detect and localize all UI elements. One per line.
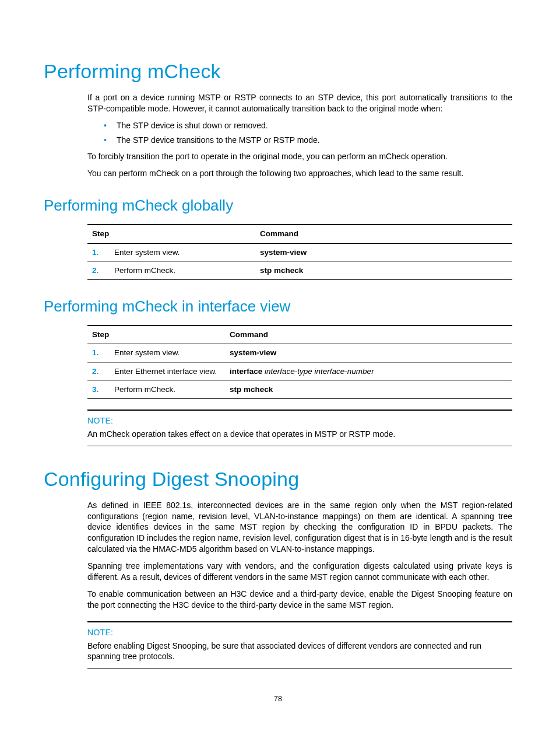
- note-label: NOTE:: [87, 622, 512, 639]
- table-header-step: Step: [87, 326, 225, 344]
- heading-configuring-digest-snooping: Configuring Digest Snooping: [44, 466, 512, 493]
- paragraph: Spanning tree implementations vary with …: [87, 561, 512, 583]
- bullet-item: The STP device is shut down or removed.: [104, 120, 512, 131]
- table-row: 2. Enter Ethernet interface view. interf…: [87, 362, 512, 380]
- note-text: Before enabling Digest Snooping, be sure…: [87, 639, 512, 668]
- step-number: 2.: [92, 265, 105, 276]
- step-desc: Enter system view.: [110, 243, 255, 261]
- note-block: NOTE: Before enabling Digest Snooping, b…: [87, 621, 512, 669]
- table-header-command: Command: [255, 225, 512, 243]
- paragraph: To forcibly transition the port to opera…: [87, 151, 512, 162]
- step-desc: Perform mCheck.: [110, 261, 255, 279]
- paragraph: As defined in IEEE 802.1s, interconnecte…: [87, 500, 512, 555]
- table-row: 1. Enter system view. system-view: [87, 243, 512, 261]
- step-number: 3.: [92, 384, 105, 395]
- table-header-step: Step: [87, 225, 255, 243]
- step-desc: Enter Ethernet interface view.: [110, 362, 225, 380]
- step-desc: Enter system view.: [110, 344, 225, 362]
- command-text: system-view: [260, 248, 307, 257]
- note-block: NOTE: An mCheck operation takes effect o…: [87, 410, 512, 446]
- step-number: 1.: [92, 348, 105, 358]
- command-text: system-view: [230, 348, 276, 357]
- heading-performing-mcheck: Performing mCheck: [44, 58, 512, 85]
- table-row: 3. Perform mCheck. stp mcheck: [87, 380, 512, 398]
- note-text: An mCheck operation takes effect on a de…: [87, 428, 512, 446]
- command-text: stp mcheck: [260, 266, 303, 275]
- table-header-command: Command: [225, 326, 512, 344]
- paragraph: To enable communication between an H3C d…: [87, 589, 512, 611]
- step-desc: Perform mCheck.: [110, 380, 225, 398]
- command-text: interface: [230, 367, 262, 376]
- table-mcheck-interface: Step Command 1. Enter system view. syste…: [87, 325, 512, 399]
- bullet-item: The STP device transitions to the MSTP o…: [104, 135, 512, 146]
- table-row: 2. Perform mCheck. stp mcheck: [87, 261, 512, 279]
- heading-mcheck-globally: Performing mCheck globally: [44, 195, 512, 216]
- table-mcheck-global: Step Command 1. Enter system view. syste…: [87, 224, 512, 280]
- paragraph: If a port on a device running MSTP or RS…: [87, 92, 512, 114]
- step-number: 1.: [92, 247, 105, 258]
- table-row: 1. Enter system view. system-view: [87, 344, 512, 362]
- heading-mcheck-interface: Performing mCheck in interface view: [44, 296, 512, 317]
- paragraph: You can perform mCheck on a port through…: [87, 168, 512, 179]
- command-text: stp mcheck: [230, 385, 273, 394]
- note-label: NOTE:: [87, 411, 512, 428]
- page-number: 78: [44, 694, 512, 704]
- bullet-list: The STP device is shut down or removed. …: [104, 120, 512, 146]
- step-number: 2.: [92, 366, 105, 377]
- command-arg: interface-type interface-number: [262, 367, 374, 376]
